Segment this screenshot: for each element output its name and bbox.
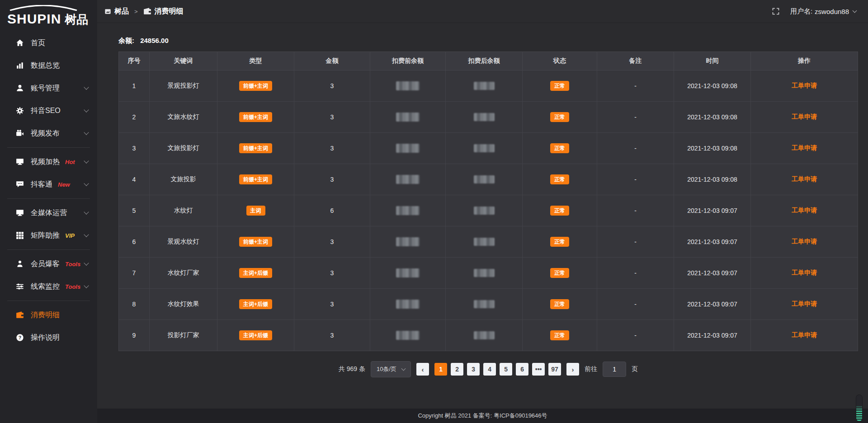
sidebar-divider [7,147,90,148]
cell-keyword: 景观投影灯 [150,70,217,102]
cell-balance-before [370,289,446,320]
column-header-10: 操作 [751,52,858,70]
cell-amount: 3 [294,102,370,133]
sidebar-item-home[interactable]: 首页 [0,32,97,54]
menu-badge: Hot [65,159,75,165]
svg-text:?: ? [18,335,21,340]
work-order-link[interactable]: 工单申请 [792,144,817,151]
cell-index: 7 [119,258,150,289]
sidebar-item-video-heat[interactable]: 视频加热Hot [0,150,97,173]
menu-badge: Tools [65,261,80,268]
cell-time: 2021-12-03 09:07 [674,226,751,258]
monitor-icon [15,209,24,217]
work-order-link[interactable]: 工单申请 [792,82,817,89]
more-pages-button[interactable]: ••• [532,363,545,376]
cell-balance-after [446,195,523,226]
sidebar-item-account-management[interactable]: 账号管理 [0,77,97,99]
fullscreen-icon[interactable] [772,8,779,15]
chevron-down-icon [853,9,857,13]
breadcrumb-item-home[interactable]: 树品 [104,7,129,16]
page-size-select[interactable]: 10条/页 [371,361,411,377]
cell-remark: - [597,195,674,226]
column-header-6: 扣费后余额 [446,52,523,70]
table-row: 6景观水纹灯前缀+主词3正常-2021-12-03 09:07工单申请 [119,226,858,258]
cell-balance-before [370,320,446,351]
app-root: SHUPIN 树品 首页数据总览账号管理抖音SEO视频发布视频加热Hot抖客通N… [0,0,868,423]
scroll-widget[interactable] [856,395,862,421]
cell-remark: - [597,133,674,164]
cell-type: 主词+后缀 [217,320,294,351]
sidebar-item-douyin-seo[interactable]: 抖音SEO [0,99,97,122]
sidebar-item-label: 会员爆客 [31,259,60,269]
goto-label: 前往 [585,365,597,373]
work-order-link[interactable]: 工单申请 [792,238,817,245]
table-row: 4文旅投影前缀+主词3正常-2021-12-03 09:08工单申请 [119,164,858,195]
cell-type: 主词+后缀 [217,258,294,289]
cell-balance-before [370,226,446,258]
copyright-text: Copyright 树品 2021 备案号: 粤ICP备09019646号 [418,412,547,420]
page-button-97[interactable]: 97 [548,363,561,376]
cell-balance-after [446,289,523,320]
type-badge: 前缀+主词 [239,112,272,122]
sidebar-item-omni-media[interactable]: 全媒体运营 [0,202,97,224]
cell-balance-after [446,226,523,258]
sidebar-item-matrix-boost[interactable]: 矩阵助推VIP [0,224,97,247]
cell-keyword: 文旅投影灯 [150,133,217,164]
sidebar-item-douketong[interactable]: 抖客通New [0,173,97,196]
page-button-6[interactable]: 6 [516,363,528,376]
chevron-down-icon [84,181,89,186]
page-button-1[interactable]: 1 [434,363,447,376]
next-page-button[interactable]: › [566,363,579,376]
sidebar-item-label: 抖客通 [31,180,52,189]
cell-balance-before [370,258,446,289]
cell-type: 前缀+主词 [217,70,294,102]
work-order-link[interactable]: 工单申请 [792,331,817,338]
page-button-4[interactable]: 4 [483,363,496,376]
masked-balance-after [474,144,495,152]
sidebar-item-clue-monitor[interactable]: 线索监控Tools [0,275,97,298]
cell-type: 前缀+主词 [217,133,294,164]
status-badge: 正常 [550,143,569,153]
work-order-link[interactable]: 工单申请 [792,207,817,214]
masked-balance-after [474,300,495,308]
app-icon [104,8,111,15]
sidebar-item-video-publish[interactable]: 视频发布 [0,122,97,145]
work-order-link[interactable]: 工单申请 [792,300,817,307]
sidebar-item-consumption-detail[interactable]: 消费明细 [0,304,97,326]
chevron-down-icon [84,260,89,265]
goto-page-input[interactable] [603,362,626,377]
cell-index: 4 [119,164,150,195]
column-header-1: 序号 [119,52,150,70]
sidebar-divider [7,301,90,301]
page-buttons: 123456•••97 [434,363,561,376]
cell-index: 6 [119,226,150,258]
page-button-3[interactable]: 3 [467,363,480,376]
sidebar-item-member-burst[interactable]: 会员爆客Tools [0,253,97,275]
work-order-link[interactable]: 工单申请 [792,269,817,276]
cell-remark: - [597,226,674,258]
cell-keyword: 景观水纹灯 [150,226,217,258]
cell-action: 工单申请 [751,164,858,195]
column-header-8: 备注 [597,52,674,70]
cell-keyword: 水纹灯效果 [150,289,217,320]
cell-remark: - [597,70,674,102]
wallet-icon [143,7,151,15]
work-order-link[interactable]: 工单申请 [792,175,817,183]
sidebar-item-data-overview[interactable]: 数据总览 [0,54,97,77]
user-icon [15,84,24,93]
app-logo[interactable]: SHUPIN 树品 [0,0,97,30]
sidebar-item-instructions[interactable]: ?操作说明 [0,326,97,349]
cell-status: 正常 [523,289,597,320]
user-menu[interactable]: 用户名: zswodun88 [790,7,856,16]
sidebar-menu: 首页数据总览账号管理抖音SEO视频发布视频加热Hot抖客通New全媒体运营矩阵助… [0,30,97,423]
breadcrumb-item-current: 消费明细 [143,7,184,16]
page-button-2[interactable]: 2 [451,363,463,376]
cell-type: 前缀+主词 [217,102,294,133]
type-badge: 前缀+主词 [239,237,272,247]
cell-amount: 3 [294,164,370,195]
work-order-link[interactable]: 工单申请 [792,113,817,120]
prev-page-button[interactable]: ‹ [416,363,429,376]
page-button-5[interactable]: 5 [500,363,512,376]
cell-balance-before [370,70,446,102]
table-body: 1景观投影灯前缀+主词3正常-2021-12-03 09:08工单申请2文旅水纹… [119,70,858,351]
